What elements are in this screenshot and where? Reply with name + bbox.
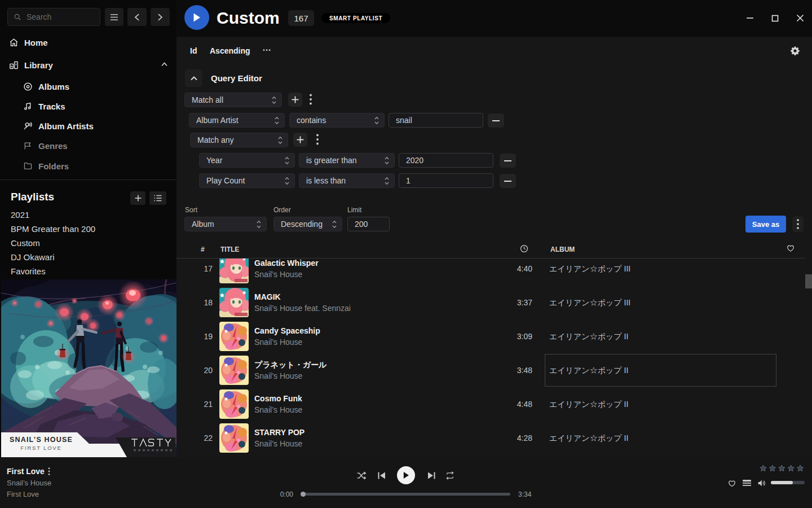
svg-text:FIRST LOVE: FIRST LOVE: [20, 445, 61, 451]
svg-text:SNAIL’S HOUSE: SNAIL’S HOUSE: [10, 436, 73, 444]
